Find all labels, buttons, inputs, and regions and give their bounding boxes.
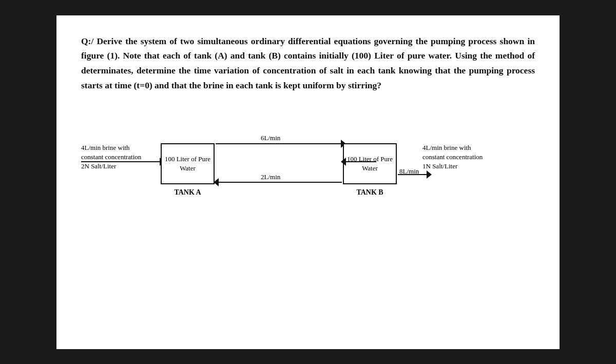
right-inflow-line bbox=[345, 161, 376, 162]
right-inflow-label: 4L/min brine with constant concentration… bbox=[422, 143, 502, 171]
left-inflow-label: 4L/min brine with constant concentration… bbox=[81, 143, 156, 171]
diagram-container: 4L/min brine with constant concentration… bbox=[81, 112, 502, 225]
page: Q:/ Derive the system of two simultaneou… bbox=[56, 15, 560, 349]
right-outflow-line bbox=[398, 174, 429, 175]
left-inflow-line bbox=[81, 161, 162, 162]
right-outflow-arrowhead bbox=[427, 170, 432, 179]
tank-a: 100 Liter of Pure Water bbox=[161, 143, 215, 184]
tank-b-label: TANK B bbox=[343, 188, 397, 197]
question-text: Q:/ Derive the system of two simultaneou… bbox=[81, 34, 535, 93]
bottom-flow-arrowhead bbox=[214, 178, 219, 186]
tank-b-text: 100 Liter of Pure Water bbox=[347, 155, 393, 173]
top-flow-label: 6L/min bbox=[261, 134, 280, 142]
top-flow-line bbox=[216, 143, 342, 144]
bottom-flow-line bbox=[216, 182, 342, 183]
tank-b: 100 Liter of Pure Water bbox=[343, 143, 397, 184]
tank-a-text: 100 Liter of Pure Water bbox=[165, 155, 210, 173]
bottom-flow-label: 2L/min bbox=[261, 173, 280, 181]
tank-a-label: TANK A bbox=[161, 188, 215, 197]
